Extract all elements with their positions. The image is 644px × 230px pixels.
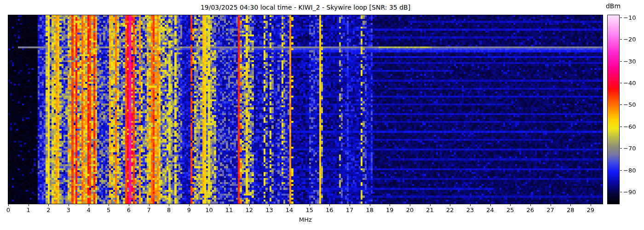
waterfall-heatmap: [8, 15, 603, 204]
x-tick: [249, 204, 250, 206]
x-tick-label: 20: [406, 207, 414, 213]
x-axis-label: MHz: [8, 216, 603, 223]
x-tick-label: 10: [205, 207, 213, 213]
x-tick: [69, 204, 69, 206]
colorbar-tick: [620, 61, 622, 62]
x-tick-label: 24: [486, 207, 494, 213]
x-tick: [129, 204, 129, 206]
colorbar-tick-label: −10: [623, 14, 636, 21]
x-tick-label: 15: [305, 207, 313, 213]
x-tick: [29, 204, 29, 206]
x-tick: [229, 204, 230, 206]
x-tick-label: 12: [246, 207, 253, 213]
x-tick: [209, 204, 209, 206]
colorbar-tick-label: −40: [623, 79, 636, 86]
colorbar-tick: [620, 83, 622, 83]
x-axis-tick-labels: 0123456789101112131415161718192021222324…: [8, 207, 603, 214]
x-tick-label: 1: [27, 207, 30, 213]
x-tick-label: 9: [187, 207, 191, 213]
colorbar-tick: [620, 148, 622, 149]
x-tick: [530, 204, 531, 206]
x-tick: [310, 204, 310, 206]
x-tick-label: 25: [506, 207, 514, 213]
plot-title: 19/03/2025 04:30 local time - KIWI_2 - S…: [8, 3, 603, 12]
x-tick: [350, 204, 350, 206]
colorbar-ticks: [620, 15, 622, 204]
x-tick: [169, 204, 169, 206]
x-tick-label: 13: [265, 207, 273, 213]
colorbar-tick-label: −70: [623, 145, 636, 152]
spectrogram-figure: 19/03/2025 04:30 local time - KIWI_2 - S…: [0, 0, 644, 230]
x-tick: [510, 204, 511, 206]
colorbar-tick-label: −30: [623, 58, 636, 64]
x-tick: [189, 204, 190, 206]
x-tick: [109, 204, 109, 206]
x-tick-label: 7: [147, 207, 150, 213]
x-tick: [89, 204, 89, 206]
x-tick-label: 3: [67, 207, 70, 213]
colorbar-tick-labels: −10−20−30−40−50−60−70−80−90: [623, 15, 643, 204]
colorbar-tick: [620, 104, 622, 105]
x-tick-label: 22: [446, 207, 454, 213]
colorbar-tick: [620, 17, 622, 18]
x-tick: [470, 204, 471, 206]
x-tick-label: 6: [127, 207, 131, 213]
x-tick-label: 23: [466, 207, 474, 213]
x-tick-label: 17: [346, 207, 354, 213]
x-tick: [591, 204, 591, 206]
x-tick-label: 26: [527, 207, 535, 213]
colorbar-tick: [620, 192, 622, 192]
x-tick-label: 14: [286, 207, 293, 213]
x-tick-label: 28: [567, 207, 575, 213]
colorbar-tick: [620, 39, 622, 40]
x-tick-label: 19: [386, 207, 394, 213]
x-tick-label: 8: [167, 207, 171, 213]
x-tick: [289, 204, 290, 206]
x-tick-label: 2: [46, 207, 50, 213]
x-tick: [329, 204, 330, 206]
x-tick-label: 29: [587, 207, 595, 213]
x-tick-label: 21: [426, 207, 434, 213]
x-tick: [450, 204, 450, 206]
colorbar-tick-label: −20: [623, 36, 636, 43]
x-tick: [48, 204, 49, 206]
x-tick: [490, 204, 491, 206]
x-tick: [410, 204, 410, 206]
colorbar-tick-label: −60: [623, 123, 636, 130]
colorbar-tick-label: −90: [623, 188, 636, 195]
x-tick: [269, 204, 270, 206]
x-tick-label: 11: [225, 207, 233, 213]
x-tick: [390, 204, 390, 206]
colorbar-tick-label: −80: [623, 167, 636, 173]
x-tick-label: 18: [366, 207, 374, 213]
colorbar-tick-label: −50: [623, 101, 636, 108]
x-tick: [149, 204, 150, 206]
colorbar-title: dBm: [603, 2, 624, 10]
colorbar-tick: [620, 170, 622, 171]
x-tick: [551, 204, 551, 206]
x-tick: [8, 204, 9, 206]
x-tick: [370, 204, 370, 206]
x-tick: [570, 204, 571, 206]
x-tick-label: 0: [6, 207, 10, 213]
x-tick-label: 16: [326, 207, 334, 213]
x-tick-label: 27: [546, 207, 554, 213]
x-tick-label: 4: [86, 207, 90, 213]
colorbar-gradient: [608, 15, 619, 204]
x-tick-label: 5: [107, 207, 110, 213]
x-tick: [430, 204, 431, 206]
colorbar-tick: [620, 126, 622, 127]
